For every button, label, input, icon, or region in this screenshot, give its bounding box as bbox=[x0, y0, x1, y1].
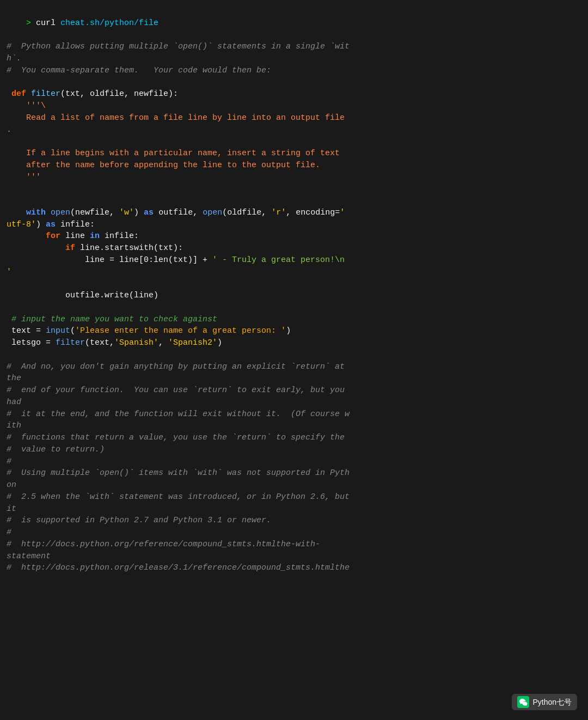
comment-block-12: # 2.5 when the `with` statement was intr… bbox=[7, 491, 581, 503]
blank-line bbox=[7, 349, 581, 361]
comment-block-5: # it at the end, and the function will e… bbox=[7, 408, 581, 420]
mode-r: 'r' bbox=[271, 208, 286, 217]
encoding-val: ' bbox=[340, 208, 345, 217]
input-func: input bbox=[46, 326, 70, 335]
prompt-symbol: > bbox=[26, 19, 36, 28]
spanish-str: 'Spanish' bbox=[114, 338, 158, 347]
def-line: def filter(txt, oldfile, newfile): bbox=[7, 88, 581, 100]
keyword-as2: as bbox=[46, 220, 56, 229]
comment-input: # input the name you want to check again… bbox=[7, 314, 581, 326]
blank-line bbox=[7, 183, 581, 195]
comment-block-3: # end of your function. You can use `ret… bbox=[7, 385, 581, 396]
for-line: for line in infile: bbox=[7, 230, 581, 242]
outfile-write: outfile.write(line) bbox=[7, 290, 581, 302]
comment-block-6: ith bbox=[7, 420, 581, 432]
filter-args: (text, bbox=[85, 338, 114, 347]
utf8-val: utf-8' bbox=[7, 220, 36, 229]
encoding-arg: , encoding= bbox=[286, 208, 340, 217]
input-paren: ( bbox=[70, 326, 75, 335]
docstring-line1: Read a list of names from a file line by… bbox=[7, 112, 581, 124]
curl-url: cheat.sh/python/file bbox=[60, 19, 158, 28]
blank-line bbox=[7, 195, 581, 207]
blank-line bbox=[7, 136, 581, 148]
comment-line: h`. bbox=[7, 53, 581, 65]
spanish2-str: 'Spanish2' bbox=[168, 338, 217, 347]
filter-func: filter bbox=[56, 338, 85, 347]
open-func2: open bbox=[203, 208, 222, 217]
mode-w: 'w' bbox=[119, 208, 134, 217]
comment-block-13: it bbox=[7, 503, 581, 515]
line-assign2: ' bbox=[7, 266, 581, 278]
filter-comma: , bbox=[158, 338, 168, 347]
keyword-as1: as bbox=[144, 208, 154, 217]
comment-block-15: # bbox=[7, 527, 581, 539]
docstring-line3: If a line begins with a particular name,… bbox=[7, 148, 581, 160]
as-infile: ) bbox=[36, 220, 46, 229]
keyword-with: with bbox=[26, 208, 46, 217]
comment-block-14: # is supported in Python 2.7 and Python … bbox=[7, 515, 581, 527]
terminal: > curl cheat.sh/python/file # Python all… bbox=[0, 0, 588, 720]
line-assign: line = line[0:len(txt)] + ' - Truly a gr… bbox=[7, 254, 581, 266]
comment-block-1: # And no, you don't gain anything by put… bbox=[7, 361, 581, 373]
wechat-icon bbox=[517, 696, 529, 708]
blank-line bbox=[7, 278, 581, 290]
with-line2: utf-8') as infile: bbox=[7, 219, 581, 231]
as-outfile: ) bbox=[134, 208, 144, 217]
outfile-var: outfile, bbox=[154, 208, 203, 217]
watermark: Python七号 bbox=[512, 694, 577, 710]
comment-block-2: the bbox=[7, 373, 581, 385]
letsgo-var: letsgo = bbox=[11, 338, 56, 347]
function-name: filter bbox=[31, 89, 60, 99]
if-condition: line.startswith(txt): bbox=[75, 243, 183, 253]
text-assign-line: text = input('Please enter the name of a… bbox=[7, 325, 581, 337]
comment-block-17: statement bbox=[7, 551, 581, 563]
comment-block-7: # functions that return a value, you use… bbox=[7, 432, 581, 444]
infile-var: infile: bbox=[56, 220, 95, 229]
if-line: if line.startswith(txt): bbox=[7, 242, 581, 254]
comment-line: # You comma-separate them. Your code wou… bbox=[7, 65, 581, 77]
blank-line bbox=[7, 302, 581, 314]
curl-cmd: curl bbox=[36, 19, 60, 28]
prompt-line: > curl cheat.sh/python/file bbox=[7, 5, 581, 41]
docstring-line2: . bbox=[7, 124, 581, 136]
params: (txt, oldfile, newfile): bbox=[60, 89, 178, 99]
comment-block-11: on bbox=[7, 479, 581, 491]
comment-block-9: # bbox=[7, 456, 581, 468]
comment-line: # Python allows putting multiple `open()… bbox=[7, 41, 581, 53]
with-line: with open(newfile, 'w') as outfile, open… bbox=[7, 207, 581, 219]
comment-block-4: had bbox=[7, 396, 581, 408]
open-args1: (newfile, bbox=[70, 208, 119, 217]
for-var: line bbox=[60, 231, 90, 241]
great-person-string: ' - Truly a great person!\n bbox=[212, 255, 345, 265]
watermark-label: Python七号 bbox=[532, 697, 572, 707]
docstring-line4: after the name before appending the line… bbox=[7, 160, 581, 172]
blank-line bbox=[7, 77, 581, 89]
keyword-for: for bbox=[46, 231, 60, 241]
comment-block-10: # Using multiple `open()` items with `wi… bbox=[7, 467, 581, 479]
docstring-quotes: '''\ bbox=[26, 101, 46, 111]
comment-block-8: # value to return.) bbox=[7, 444, 581, 456]
keyword-in: in bbox=[90, 231, 100, 241]
with-open1 bbox=[46, 208, 51, 217]
text-var: text = bbox=[11, 326, 46, 335]
infile-ref: infile: bbox=[100, 231, 139, 241]
input-prompt: 'Please enter the name of a great person… bbox=[75, 326, 286, 335]
letsgo-line: letsgo = filter(text,'Spanish', 'Spanish… bbox=[7, 337, 581, 349]
docstring-close: ''' bbox=[7, 172, 581, 184]
docstring-open: '''\ bbox=[7, 100, 581, 112]
filter-close: ) bbox=[217, 338, 222, 347]
open-func: open bbox=[51, 208, 70, 217]
keyword-def: def bbox=[11, 89, 26, 99]
open-args2: (oldfile, bbox=[222, 208, 271, 217]
great-person-string2: ' bbox=[7, 267, 11, 277]
keyword-if: if bbox=[65, 243, 75, 253]
input-close: ) bbox=[286, 326, 291, 335]
comment-block-18: # http://docs.python.org/release/3.1/ref… bbox=[7, 562, 581, 574]
comment-block-16: # http://docs.python.org/reference/compo… bbox=[7, 539, 581, 551]
